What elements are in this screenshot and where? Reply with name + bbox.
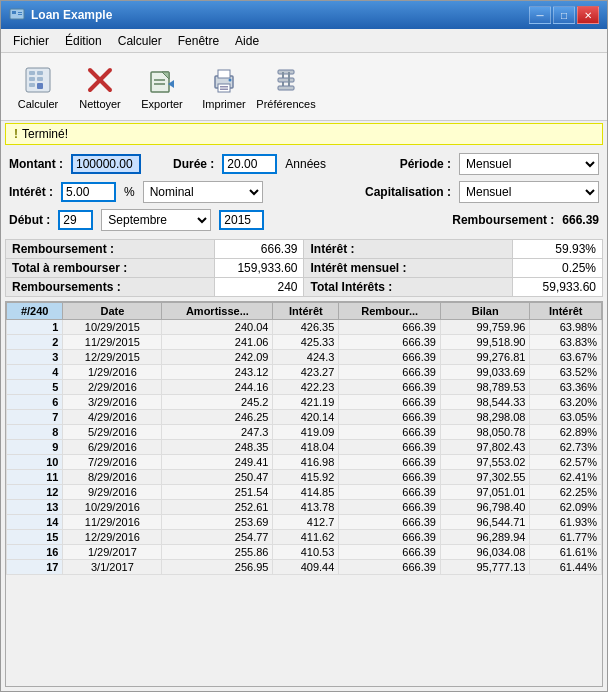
table-cell: 99,033.69 xyxy=(440,365,529,380)
minimize-button[interactable]: ─ xyxy=(529,6,551,24)
table-row[interactable]: 1310/29/2016252.61413.78666.3996,798.406… xyxy=(7,500,602,515)
svg-rect-10 xyxy=(37,83,43,89)
table-cell: 63.83% xyxy=(530,335,602,350)
table-header-row: #/240 Date Amortisse... Intérêt Rembour.… xyxy=(7,303,602,320)
interet-input[interactable] xyxy=(61,182,116,202)
table-scroll[interactable]: #/240 Date Amortisse... Intérêt Rembour.… xyxy=(6,302,602,686)
svg-rect-28 xyxy=(278,86,294,90)
table-row[interactable]: 161/29/2017255.86410.53666.3996,034.0861… xyxy=(7,545,602,560)
input-row-3: Début : JanvierFévrierMarsAvril MaiJuinJ… xyxy=(9,209,599,231)
debut-year-input[interactable] xyxy=(219,210,264,230)
table-cell: 96,289.94 xyxy=(440,530,529,545)
maximize-button[interactable]: □ xyxy=(553,6,575,24)
imprimer-button[interactable]: Imprimer xyxy=(195,58,253,116)
preferences-button[interactable]: Préférences xyxy=(257,58,315,116)
nettoyer-icon xyxy=(84,64,116,96)
menu-fichier[interactable]: Fichier xyxy=(5,32,57,50)
table-cell: 3/1/2017 xyxy=(63,560,162,575)
table-cell: 9/29/2016 xyxy=(63,485,162,500)
table-cell: 248.35 xyxy=(162,440,273,455)
summary-row-3: Remboursements : 240 Total Intérêts : 59… xyxy=(6,278,603,297)
nettoyer-button[interactable]: Nettoyer xyxy=(71,58,129,116)
table-cell: 96,544.71 xyxy=(440,515,529,530)
table-row[interactable]: 41/29/2016243.12423.27666.3999,033.6963.… xyxy=(7,365,602,380)
table-row[interactable]: 63/29/2016245.2421.19666.3998,544.3363.2… xyxy=(7,395,602,410)
table-cell: 414.85 xyxy=(273,485,339,500)
col-header-rembour: Rembour... xyxy=(339,303,441,320)
menu-aide[interactable]: Aide xyxy=(227,32,267,50)
capitalisation-select[interactable]: Mensuel Annuel Trimestriel xyxy=(459,181,599,203)
table-cell: 666.39 xyxy=(339,470,441,485)
table-cell: 98,789.53 xyxy=(440,380,529,395)
table-row[interactable]: 52/29/2016244.16422.23666.3998,789.5363.… xyxy=(7,380,602,395)
menu-edition[interactable]: Édition xyxy=(57,32,110,50)
table-row[interactable]: 129/29/2016251.54414.85666.3997,051.0162… xyxy=(7,485,602,500)
table-row[interactable]: 173/1/2017256.95409.44666.3995,777.1361.… xyxy=(7,560,602,575)
debut-day-input[interactable] xyxy=(58,210,93,230)
table-cell: 63.36% xyxy=(530,380,602,395)
table-cell: 62.25% xyxy=(530,485,602,500)
table-cell: 8 xyxy=(7,425,63,440)
svg-rect-2 xyxy=(18,12,22,13)
table-row[interactable]: 96/29/2016248.35418.04666.3997,802.4362.… xyxy=(7,440,602,455)
app-icon xyxy=(9,6,25,25)
table-cell: 63.67% xyxy=(530,350,602,365)
table-cell: 15 xyxy=(7,530,63,545)
annees-label: Années xyxy=(285,157,326,171)
menu-fenetre[interactable]: Fenêtre xyxy=(170,32,227,50)
table-cell: 7 xyxy=(7,410,63,425)
status-message: Terminé! xyxy=(22,127,68,141)
table-cell: 62.89% xyxy=(530,425,602,440)
table-cell: 3 xyxy=(7,350,63,365)
table-cell: 2/29/2016 xyxy=(63,380,162,395)
interet-label: Intérêt : xyxy=(9,185,53,199)
table-cell: 423.27 xyxy=(273,365,339,380)
svg-rect-7 xyxy=(29,77,35,81)
close-button[interactable]: ✕ xyxy=(577,6,599,24)
table-cell: 98,298.08 xyxy=(440,410,529,425)
exporter-button[interactable]: Exporter xyxy=(133,58,191,116)
table-cell: 61.44% xyxy=(530,560,602,575)
table-row[interactable]: 1512/29/2016254.77411.62666.3996,289.946… xyxy=(7,530,602,545)
table-row[interactable]: 1411/29/2016253.69412.7666.3996,544.7161… xyxy=(7,515,602,530)
table-cell: 63.20% xyxy=(530,395,602,410)
periode-label: Période : xyxy=(400,157,451,171)
svg-rect-21 xyxy=(220,86,228,88)
table-row[interactable]: 312/29/2015242.09424.3666.3999,276.8163.… xyxy=(7,350,602,365)
interet-type-select[interactable]: Nominal Effectif xyxy=(143,181,263,203)
main-window: Loan Example ─ □ ✕ Fichier Édition Calcu… xyxy=(0,0,608,692)
table-cell: 10/29/2016 xyxy=(63,500,162,515)
montant-input[interactable] xyxy=(71,154,141,174)
table-cell: 241.06 xyxy=(162,335,273,350)
table-row[interactable]: 74/29/2016246.25420.14666.3998,298.0863.… xyxy=(7,410,602,425)
interet-pct: % xyxy=(124,185,135,199)
debut-month-select[interactable]: JanvierFévrierMarsAvril MaiJuinJuilletAo… xyxy=(101,209,211,231)
table-cell: 10 xyxy=(7,455,63,470)
table-row[interactable]: 211/29/2015241.06425.33666.3999,518.9063… xyxy=(7,335,602,350)
summary-label-1: Remboursement : xyxy=(6,240,215,259)
menu-calculer[interactable]: Calculer xyxy=(110,32,170,50)
table-cell: 242.09 xyxy=(162,350,273,365)
col-header-interet2: Intérêt xyxy=(530,303,602,320)
table-cell: 14 xyxy=(7,515,63,530)
summary-row-1: Remboursement : 666.39 Intérêt : 59.93% xyxy=(6,240,603,259)
svg-rect-8 xyxy=(37,77,43,81)
table-cell: 666.39 xyxy=(339,335,441,350)
summary-value-3: 159,933.60 xyxy=(214,259,304,278)
table-row[interactable]: 118/29/2016250.47415.92666.3997,302.5562… xyxy=(7,470,602,485)
table-cell: 12 xyxy=(7,485,63,500)
table-cell: 424.3 xyxy=(273,350,339,365)
table-row[interactable]: 110/29/2015240.04426.35666.3999,759.9663… xyxy=(7,320,602,335)
table-cell: 62.57% xyxy=(530,455,602,470)
table-cell: 413.78 xyxy=(273,500,339,515)
table-cell: 244.16 xyxy=(162,380,273,395)
table-row[interactable]: 85/29/2016247.3419.09666.3998,050.7862.8… xyxy=(7,425,602,440)
calculer-button[interactable]: Calculer xyxy=(9,58,67,116)
table-cell: 253.69 xyxy=(162,515,273,530)
summary-value-1: 666.39 xyxy=(214,240,304,259)
periode-select[interactable]: Mensuel Annuel Trimestriel xyxy=(459,153,599,175)
table-cell: 666.39 xyxy=(339,380,441,395)
table-row[interactable]: 107/29/2016249.41416.98666.3997,553.0262… xyxy=(7,455,602,470)
duree-input[interactable] xyxy=(222,154,277,174)
table-cell: 255.86 xyxy=(162,545,273,560)
